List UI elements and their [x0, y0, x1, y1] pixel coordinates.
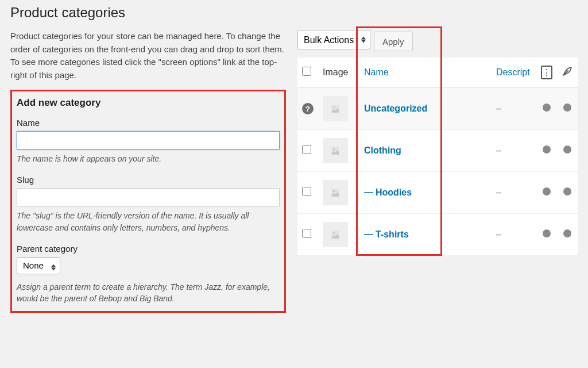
categories-table-wrap: Image Name Descript ⋮ ?Uncategorized–Clo… [297, 57, 578, 256]
row-image-cell [318, 130, 359, 172]
header-image: Image [318, 57, 359, 88]
row-checkbox-cell [297, 172, 318, 214]
indent-dash: — [364, 229, 373, 239]
row-name-cell: —T-shirts [359, 214, 492, 256]
dot-icon [563, 229, 571, 237]
row-checkbox-cell [297, 214, 318, 256]
slug-input[interactable] [17, 188, 280, 206]
table-row: ?Uncategorized– [297, 88, 578, 130]
row-count-cell [536, 88, 557, 130]
help-icon[interactable]: ? [302, 103, 314, 114]
dot-icon [563, 187, 571, 195]
row-action-cell [557, 172, 578, 214]
row-action-cell [557, 88, 578, 130]
row-description-cell: – [492, 172, 536, 214]
indent-dash: — [364, 187, 373, 197]
row-count-cell [536, 214, 557, 256]
bulk-actions-select[interactable]: Bulk Actions [297, 30, 370, 49]
row-action-cell [557, 214, 578, 256]
image-placeholder-icon [323, 180, 348, 205]
feather-icon [562, 66, 573, 77]
row-description-cell: – [492, 214, 536, 256]
slug-help: The "slug" is the URL-friendly version o… [17, 210, 280, 233]
select-all-checkbox[interactable] [302, 67, 311, 76]
row-count-cell [536, 130, 557, 172]
page-title: Product categories [10, 5, 578, 21]
category-link[interactable]: Hoodies [376, 187, 412, 197]
header-name[interactable]: Name [359, 57, 492, 88]
svg-point-2 [333, 190, 335, 192]
add-category-form: Add new category Name The name is how it… [10, 90, 286, 313]
row-image-cell [318, 88, 359, 130]
svg-point-3 [333, 232, 335, 234]
row-checkbox[interactable] [302, 145, 311, 154]
table-row: —Hoodies– [297, 172, 578, 214]
row-image-cell [318, 172, 359, 214]
category-link[interactable]: Clothing [364, 145, 401, 155]
name-help: The name is how it appears on your site. [17, 153, 280, 164]
header-feather-icon[interactable] [557, 57, 578, 88]
svg-point-0 [333, 106, 335, 108]
image-placeholder-icon [323, 96, 348, 121]
form-title: Add new category [17, 97, 280, 109]
header-count-icon[interactable]: ⋮ [536, 57, 557, 88]
parent-select[interactable]: None [17, 257, 60, 274]
row-count-cell [536, 172, 557, 214]
row-description-cell: – [492, 130, 536, 172]
dot-icon [563, 103, 571, 112]
dot-icon [563, 145, 571, 154]
svg-point-1 [333, 148, 335, 150]
row-description-cell: – [492, 88, 536, 130]
row-name-cell: Clothing [359, 130, 492, 172]
header-description[interactable]: Descript [492, 57, 536, 88]
dot-icon [543, 103, 551, 112]
table-row: —T-shirts– [297, 214, 578, 256]
row-checkbox-cell: ? [297, 88, 318, 130]
header-checkbox-cell [297, 57, 318, 88]
dot-icon [543, 187, 551, 195]
row-checkbox[interactable] [302, 229, 311, 238]
name-label: Name [17, 118, 280, 128]
apply-button[interactable]: Apply [374, 32, 413, 51]
row-checkbox-cell [297, 130, 318, 172]
name-input[interactable] [17, 131, 280, 150]
categories-table: Image Name Descript ⋮ ?Uncategorized–Clo… [297, 57, 578, 256]
parent-label: Parent category [17, 244, 280, 254]
category-link[interactable]: T-shirts [376, 229, 409, 239]
row-name-cell: Uncategorized [359, 88, 492, 130]
slug-label: Slug [17, 175, 280, 185]
parent-help: Assign a parent term to create a hierarc… [17, 281, 280, 305]
category-link[interactable]: Uncategorized [364, 103, 427, 113]
dot-icon [543, 145, 551, 154]
row-name-cell: —Hoodies [359, 172, 492, 214]
image-placeholder-icon [323, 222, 348, 247]
row-image-cell [318, 214, 359, 256]
row-checkbox[interactable] [302, 187, 311, 196]
image-placeholder-icon [323, 138, 348, 163]
intro-text: Product categories for your store can be… [10, 30, 286, 82]
table-row: Clothing– [297, 130, 578, 172]
dot-icon [543, 229, 551, 237]
row-action-cell [557, 130, 578, 172]
